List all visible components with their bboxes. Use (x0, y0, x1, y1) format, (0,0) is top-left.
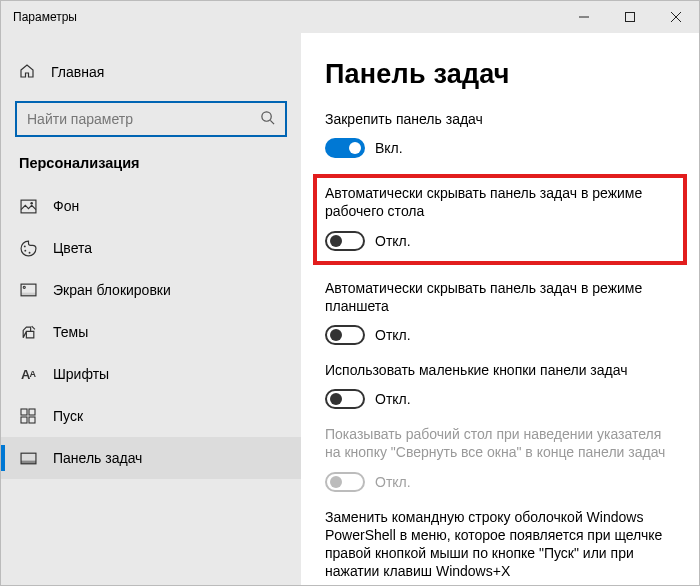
start-icon (19, 407, 37, 425)
fonts-icon: AA (19, 365, 37, 383)
lockscreen-icon (19, 281, 37, 299)
main-panel: Панель задач Закрепить панель задач Вкл.… (301, 33, 699, 585)
search-box[interactable] (15, 101, 287, 137)
setting-small-buttons: Использовать маленькие кнопки панели зад… (325, 361, 679, 409)
svg-rect-16 (21, 417, 27, 423)
setting-peek-desktop: Показывать рабочий стол при наведении ук… (325, 425, 679, 491)
setting-powershell: Заменить командную строку оболочкой Wind… (325, 508, 679, 581)
titlebar: Параметры (1, 1, 699, 33)
svg-point-8 (23, 245, 25, 247)
sidebar-item-label: Фон (53, 198, 79, 214)
setting-lock-taskbar: Закрепить панель задач Вкл. (325, 110, 679, 158)
toggle-state: Откл. (375, 474, 411, 490)
svg-rect-15 (29, 409, 35, 415)
minimize-button[interactable] (561, 1, 607, 33)
setting-label: Заменить командную строку оболочкой Wind… (325, 508, 679, 581)
svg-rect-14 (21, 409, 27, 415)
toggle-autohide-tablet[interactable] (325, 325, 365, 345)
sidebar-item-lockscreen[interactable]: Экран блокировки (1, 269, 301, 311)
sidebar-home[interactable]: Главная (1, 51, 301, 93)
setting-autohide-tablet: Автоматически скрывать панель задач в ре… (325, 279, 679, 345)
window-controls (561, 1, 699, 33)
setting-label: Автоматически скрывать панель задач в ре… (325, 279, 679, 315)
sidebar-item-label: Темы (53, 324, 88, 340)
palette-icon (19, 239, 37, 257)
themes-icon (19, 323, 37, 341)
svg-rect-19 (21, 460, 36, 463)
setting-label: Показывать рабочий стол при наведении ук… (325, 425, 679, 461)
sidebar-item-label: Цвета (53, 240, 92, 256)
sidebar-item-label: Шрифты (53, 366, 109, 382)
svg-point-9 (24, 249, 26, 251)
toggle-state: Вкл. (375, 140, 403, 156)
sidebar-item-taskbar[interactable]: Панель задач (1, 437, 301, 479)
toggle-small-buttons[interactable] (325, 389, 365, 409)
svg-point-10 (28, 251, 30, 253)
setting-autohide-desktop: Автоматически скрывать панель задач в ре… (325, 184, 675, 250)
window-title: Параметры (13, 10, 561, 24)
sidebar-home-label: Главная (51, 64, 104, 80)
picture-icon (19, 197, 37, 215)
sidebar-item-fonts[interactable]: AA Шрифты (1, 353, 301, 395)
page-title: Панель задач (325, 59, 679, 90)
setting-label: Закрепить панель задач (325, 110, 679, 128)
sidebar-item-themes[interactable]: Темы (1, 311, 301, 353)
svg-line-5 (270, 120, 274, 124)
taskbar-icon (19, 449, 37, 467)
sidebar: Главная Персонализация Фон Цвета Экран б… (1, 33, 301, 585)
highlight-box: Автоматически скрывать панель задач в ре… (313, 174, 687, 264)
svg-rect-6 (21, 200, 36, 213)
toggle-state: Откл. (375, 233, 411, 249)
sidebar-item-label: Панель задач (53, 450, 142, 466)
svg-rect-17 (29, 417, 35, 423)
svg-point-13 (23, 286, 25, 288)
toggle-lock-taskbar[interactable] (325, 138, 365, 158)
search-input[interactable] (27, 111, 260, 127)
svg-rect-1 (626, 13, 635, 22)
search-icon (260, 110, 275, 128)
sidebar-item-colors[interactable]: Цвета (1, 227, 301, 269)
close-button[interactable] (653, 1, 699, 33)
setting-label: Автоматически скрывать панель задач в ре… (325, 184, 675, 220)
toggle-state: Откл. (375, 391, 411, 407)
sidebar-category: Персонализация (1, 155, 301, 185)
toggle-peek-desktop (325, 472, 365, 492)
sidebar-item-background[interactable]: Фон (1, 185, 301, 227)
sidebar-item-start[interactable]: Пуск (1, 395, 301, 437)
sidebar-item-label: Пуск (53, 408, 83, 424)
toggle-autohide-desktop[interactable] (325, 231, 365, 251)
maximize-button[interactable] (607, 1, 653, 33)
svg-point-7 (30, 202, 33, 205)
sidebar-item-label: Экран блокировки (53, 282, 171, 298)
svg-point-4 (262, 112, 271, 121)
toggle-state: Откл. (375, 327, 411, 343)
svg-rect-12 (21, 292, 36, 295)
setting-label: Использовать маленькие кнопки панели зад… (325, 361, 679, 379)
home-icon (19, 63, 35, 82)
